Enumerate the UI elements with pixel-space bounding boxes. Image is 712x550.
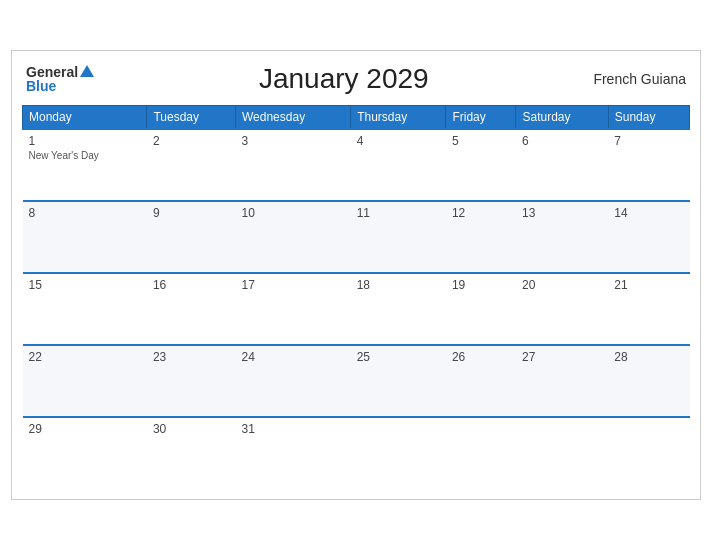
day-number: 23 xyxy=(153,350,230,364)
day-number: 14 xyxy=(614,206,683,220)
calendar-cell: 2 xyxy=(147,129,236,201)
calendar-cell: 13 xyxy=(516,201,608,273)
day-number: 11 xyxy=(357,206,440,220)
day-number: 15 xyxy=(29,278,141,292)
day-number: 5 xyxy=(452,134,510,148)
calendar-cell: 8 xyxy=(23,201,147,273)
day-number: 20 xyxy=(522,278,602,292)
calendar-cell: 4 xyxy=(351,129,446,201)
calendar-cell xyxy=(446,417,516,489)
week-row-3: 15161718192021 xyxy=(23,273,690,345)
day-number: 28 xyxy=(614,350,683,364)
calendar-cell: 3 xyxy=(235,129,350,201)
calendar-cell: 26 xyxy=(446,345,516,417)
weekday-header-saturday: Saturday xyxy=(516,106,608,130)
day-number: 18 xyxy=(357,278,440,292)
calendar-cell: 27 xyxy=(516,345,608,417)
calendar-cell xyxy=(516,417,608,489)
calendar-cell: 18 xyxy=(351,273,446,345)
weekday-header-sunday: Sunday xyxy=(608,106,689,130)
logo-general: General xyxy=(26,65,78,79)
weekday-header-row: MondayTuesdayWednesdayThursdayFridaySatu… xyxy=(23,106,690,130)
day-number: 17 xyxy=(241,278,344,292)
weekday-header-thursday: Thursday xyxy=(351,106,446,130)
calendar-cell: 19 xyxy=(446,273,516,345)
day-number: 6 xyxy=(522,134,602,148)
calendar-cell: 14 xyxy=(608,201,689,273)
calendar-cell: 30 xyxy=(147,417,236,489)
calendar-cell: 22 xyxy=(23,345,147,417)
logo: General Blue xyxy=(26,65,94,93)
day-number: 3 xyxy=(241,134,344,148)
calendar-region: French Guiana xyxy=(593,71,686,87)
day-number: 27 xyxy=(522,350,602,364)
weekday-header-wednesday: Wednesday xyxy=(235,106,350,130)
day-number: 2 xyxy=(153,134,230,148)
day-number: 10 xyxy=(241,206,344,220)
weekday-header-tuesday: Tuesday xyxy=(147,106,236,130)
calendar-grid: MondayTuesdayWednesdayThursdayFridaySatu… xyxy=(22,105,690,489)
day-number: 22 xyxy=(29,350,141,364)
calendar-cell: 28 xyxy=(608,345,689,417)
day-number: 9 xyxy=(153,206,230,220)
week-row-5: 293031 xyxy=(23,417,690,489)
calendar-cell: 24 xyxy=(235,345,350,417)
day-number: 4 xyxy=(357,134,440,148)
calendar-cell: 1New Year's Day xyxy=(23,129,147,201)
day-number: 19 xyxy=(452,278,510,292)
calendar-cell xyxy=(608,417,689,489)
day-number: 1 xyxy=(29,134,141,148)
day-number: 29 xyxy=(29,422,141,436)
weekday-header-friday: Friday xyxy=(446,106,516,130)
calendar-cell: 21 xyxy=(608,273,689,345)
calendar-cell: 23 xyxy=(147,345,236,417)
calendar-cell xyxy=(351,417,446,489)
calendar-cell: 15 xyxy=(23,273,147,345)
calendar-cell: 7 xyxy=(608,129,689,201)
calendar-title: January 2029 xyxy=(259,63,429,95)
week-row-2: 891011121314 xyxy=(23,201,690,273)
day-number: 7 xyxy=(614,134,683,148)
day-number: 26 xyxy=(452,350,510,364)
calendar-cell: 31 xyxy=(235,417,350,489)
day-number: 25 xyxy=(357,350,440,364)
day-number: 13 xyxy=(522,206,602,220)
calendar-header: General Blue January 2029 French Guiana xyxy=(22,63,690,95)
day-number: 8 xyxy=(29,206,141,220)
week-row-4: 22232425262728 xyxy=(23,345,690,417)
day-number: 21 xyxy=(614,278,683,292)
calendar-cell: 10 xyxy=(235,201,350,273)
day-number: 31 xyxy=(241,422,344,436)
day-number: 30 xyxy=(153,422,230,436)
day-number: 12 xyxy=(452,206,510,220)
calendar-cell: 16 xyxy=(147,273,236,345)
calendar-cell: 9 xyxy=(147,201,236,273)
calendar-container: General Blue January 2029 French Guiana … xyxy=(11,50,701,500)
weekday-header-monday: Monday xyxy=(23,106,147,130)
calendar-cell: 17 xyxy=(235,273,350,345)
calendar-cell: 5 xyxy=(446,129,516,201)
logo-blue: Blue xyxy=(26,79,94,93)
calendar-cell: 20 xyxy=(516,273,608,345)
logo-triangle-icon xyxy=(80,65,94,77)
week-row-1: 1New Year's Day234567 xyxy=(23,129,690,201)
day-number: 16 xyxy=(153,278,230,292)
calendar-cell: 12 xyxy=(446,201,516,273)
calendar-cell: 25 xyxy=(351,345,446,417)
calendar-cell: 11 xyxy=(351,201,446,273)
calendar-cell: 29 xyxy=(23,417,147,489)
holiday-label: New Year's Day xyxy=(29,150,141,161)
day-number: 24 xyxy=(241,350,344,364)
calendar-cell: 6 xyxy=(516,129,608,201)
